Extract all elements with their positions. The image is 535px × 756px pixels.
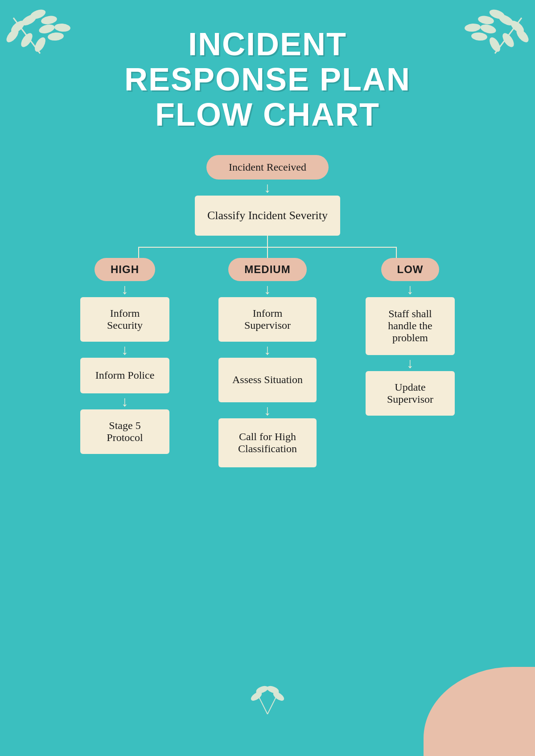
start-node: Incident Received [206, 155, 329, 180]
arrow-med-1: ↓ [264, 281, 271, 297]
h-connector-main [67, 236, 468, 258]
arrow-med-3: ↓ [264, 402, 271, 418]
classify-node: Classify Incident Severity [195, 196, 340, 236]
arrow-low-1: ↓ [407, 281, 414, 297]
medium-label: MEDIUM [228, 258, 306, 281]
arrow-high-1: ↓ [121, 281, 128, 297]
arrow-high-3: ↓ [121, 393, 128, 409]
high-label: HIGH [95, 258, 155, 281]
svg-point-19 [487, 36, 502, 53]
high-branch: HIGH ↓ Inform Security ↓ Inform Police ↓… [58, 258, 192, 454]
arrow-high-2: ↓ [121, 342, 128, 358]
high-node-1: Inform Security [80, 297, 169, 342]
arrow-low-2: ↓ [407, 355, 414, 371]
medium-branch: MEDIUM ↓ Inform Supervisor ↓ Assess Situ… [192, 258, 343, 467]
svg-point-7 [41, 15, 58, 25]
svg-point-21 [464, 23, 481, 32]
branch-row: HIGH ↓ Inform Security ↓ Inform Police ↓… [0, 258, 535, 467]
page-title: INCIDENT RESPONSE PLAN FLOW CHART [124, 27, 411, 133]
svg-point-18 [477, 15, 495, 25]
arrow-1: ↓ [264, 180, 271, 196]
leaf-bottom-center-icon [245, 683, 290, 720]
decorative-blob [424, 667, 535, 756]
leaf-top-left-icon [4, 4, 76, 64]
high-node-2: Inform Police [80, 358, 169, 393]
svg-point-5 [19, 31, 34, 49]
svg-point-8 [33, 36, 48, 53]
low-branch: LOW ↓ Staff shall handle the problem ↓ U… [343, 258, 477, 416]
svg-point-9 [47, 32, 64, 41]
medium-node-3: Call for High Classification [218, 418, 317, 467]
leaf-top-right-icon [459, 4, 531, 64]
medium-node-2: Assess Situation [218, 358, 317, 402]
page: INCIDENT RESPONSE PLAN FLOW CHART Incide… [0, 0, 535, 756]
high-node-3: Stage 5 Protocol [80, 409, 169, 454]
svg-point-20 [471, 32, 487, 41]
flowchart: Incident Received ↓ Classify Incident Se… [0, 155, 535, 467]
low-label: LOW [381, 258, 440, 281]
medium-node-1: Inform Supervisor [218, 297, 317, 342]
low-node-1: Staff shall handle the problem [366, 297, 455, 355]
arrow-med-2: ↓ [264, 342, 271, 358]
svg-point-16 [500, 31, 516, 49]
svg-point-10 [54, 23, 70, 32]
low-node-2: Update Supervisor [366, 371, 455, 416]
